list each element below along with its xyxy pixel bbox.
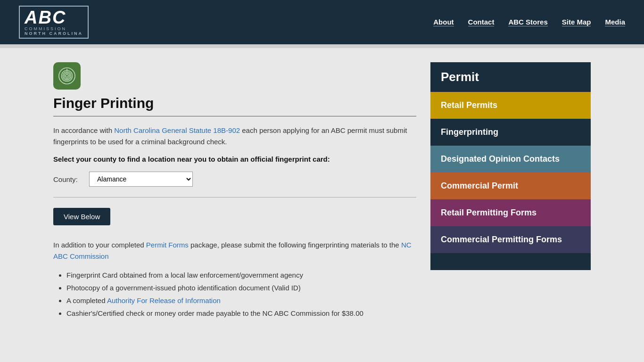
nav-contact[interactable]: Contact <box>468 18 495 26</box>
intro-text: In accordance with North Carolina Genera… <box>53 125 416 148</box>
site-header: ABC COMMISSION NORTH CAROLINA About Cont… <box>0 0 644 44</box>
nav-site-map[interactable]: Site Map <box>562 18 591 26</box>
section-divider <box>53 197 416 197</box>
content-area: Finger Printing In accordance with North… <box>53 62 416 320</box>
sidebar-item[interactable]: Designated Opinion Contacts <box>430 146 591 173</box>
sidebar-item[interactable]: Retail Permitting Forms <box>430 199 591 226</box>
list-item: A completed Authority For Release of Inf… <box>66 294 416 307</box>
permit-forms-link[interactable]: Permit Forms <box>146 241 189 249</box>
logo-box: ABC COMMISSION NORTH CAROLINA <box>19 6 89 39</box>
fingerprint-svg <box>58 67 76 85</box>
sidebar: Permit Retail PermitsFingerprintingDesig… <box>430 62 591 320</box>
county-row: County: AlamanceAlexanderAlleghanyAnsonA… <box>53 172 416 187</box>
addition-text: In addition to your completed Permit For… <box>53 239 416 262</box>
addition-before-link1: In addition to your completed <box>53 241 146 249</box>
main-layout: Finger Printing In accordance with North… <box>39 62 605 320</box>
fingerprint-icon-box <box>53 62 81 90</box>
nav-media[interactable]: Media <box>605 18 625 26</box>
page-title: Finger Printing <box>53 95 416 111</box>
select-heading: Select your county to find a location ne… <box>53 155 416 163</box>
nav-abc-stores[interactable]: ABC Stores <box>508 18 547 26</box>
bullet-list: Fingerprint Card obtained from a local l… <box>53 269 416 320</box>
sidebar-item[interactable]: Commercial Permitting Forms <box>430 226 591 253</box>
statute-link[interactable]: North Carolina General Statute 18B-902 <box>114 126 240 134</box>
view-below-button[interactable]: View Below <box>53 208 110 225</box>
list-item: Fingerprint Card obtained from a local l… <box>66 269 416 281</box>
addition-between: package, please submit the following fin… <box>189 241 401 249</box>
logo-abc: ABC <box>25 8 83 26</box>
sidebar-item[interactable]: Retail Permits <box>430 92 591 119</box>
intro-before: In accordance with <box>53 126 114 134</box>
subheader-bar <box>0 44 644 48</box>
nav-about[interactable]: About <box>433 18 454 26</box>
list-item: Photocopy of a government-issued photo i… <box>66 281 416 294</box>
county-select[interactable]: AlamanceAlexanderAlleghanyAnsonAsheAvery… <box>89 172 193 187</box>
title-divider <box>53 116 416 116</box>
sidebar-item-extra <box>430 253 591 270</box>
sidebar-item[interactable]: Fingerprinting <box>430 119 591 146</box>
county-label: County: <box>53 175 82 183</box>
sidebar-items: Retail PermitsFingerprintingDesignated O… <box>430 92 591 253</box>
main-nav: About Contact ABC Stores Site Map Media <box>433 18 625 26</box>
logo-nc: NORTH CAROLINA <box>25 31 83 36</box>
logo-area: ABC COMMISSION NORTH CAROLINA <box>19 6 89 39</box>
sidebar-item[interactable]: Commercial Permit <box>430 173 591 199</box>
sidebar-header: Permit <box>430 62 591 92</box>
list-item: Cashier's/Certified check or money order… <box>66 307 416 320</box>
authority-link[interactable]: Authority For Release of Information <box>107 296 221 304</box>
logo-commission: COMMISSION <box>25 26 83 31</box>
